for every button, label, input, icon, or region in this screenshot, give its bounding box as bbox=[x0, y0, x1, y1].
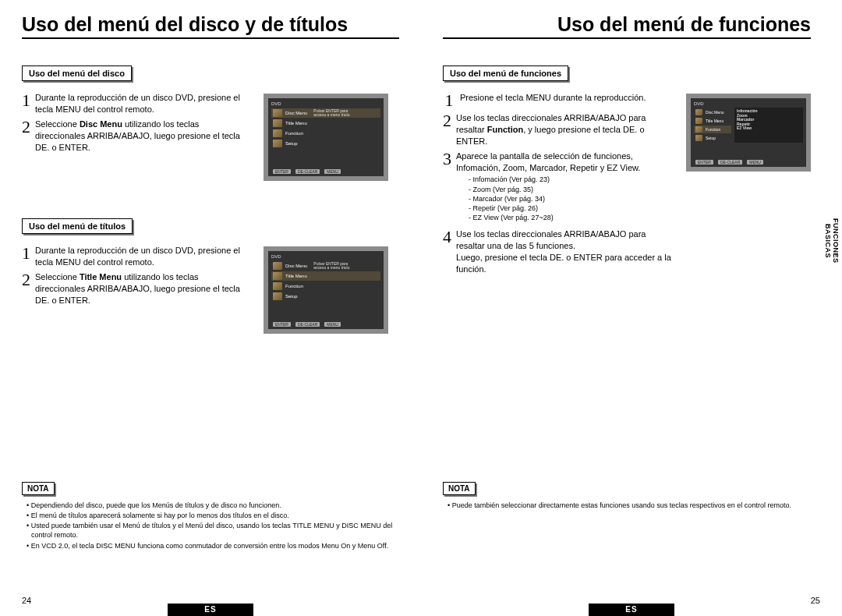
bold-text: Disc Menu bbox=[80, 119, 122, 129]
note-item: Dependiendo del disco, puede que los Men… bbox=[27, 501, 399, 510]
dvd-tag: DVD bbox=[271, 101, 281, 106]
bold-text: Function bbox=[487, 125, 523, 134]
menu-icon bbox=[273, 262, 282, 270]
menu-label: Setup bbox=[285, 294, 298, 299]
step-b2: 2 Seleccione Title Menu utilizando los t… bbox=[22, 271, 249, 306]
step-a2: 2 Seleccione Disc Menu utilizando los te… bbox=[22, 119, 249, 154]
menu-icon bbox=[695, 135, 702, 141]
menu-row: Disc Menu bbox=[694, 108, 731, 116]
step-number: 4 bbox=[443, 228, 451, 274]
step-text: Aparece la pantalla de selección de func… bbox=[456, 150, 672, 225]
menu-label: Function bbox=[285, 131, 303, 136]
menu-row: Setup bbox=[271, 139, 380, 148]
dvd-tag: DVD bbox=[271, 254, 281, 259]
lang-tab-right: ES bbox=[589, 604, 674, 616]
menu-row: Title Menu bbox=[271, 119, 380, 128]
screenshot-disc-menu: DVD Disc Menu Pulsar ENTER para acceso a… bbox=[264, 94, 388, 181]
menu-label: Title Menu bbox=[706, 119, 723, 123]
note-item: En VCD 2.0, el tecla DISC MENU funciona … bbox=[27, 541, 399, 551]
screenshot-inner: DVD Disc Menu Pulsar ENTER para acceso a… bbox=[268, 98, 384, 176]
section-b-row: 1 Durante la reproducción de un disco DV… bbox=[22, 242, 399, 334]
menu-icon bbox=[695, 118, 702, 124]
section-right-row: 1 Presione el tecla MENU durante la repr… bbox=[443, 89, 811, 278]
text: Luego, presione el tecla DE. o ENTER par… bbox=[456, 253, 671, 274]
section-chip-functions: Uso del menú de funciones bbox=[443, 65, 568, 81]
step-number: 3 bbox=[443, 150, 451, 225]
notes-block-left: NOTA Dependiendo del disco, puede que lo… bbox=[22, 480, 399, 551]
menu-row: Disc Menu Pulsar ENTER para acceso a men… bbox=[271, 261, 380, 271]
sublist-item: Marcador (Ver pág. 34) bbox=[469, 194, 672, 204]
spread: Uso del menú del disco y de títulos Uso … bbox=[0, 0, 842, 616]
text: Seleccione bbox=[35, 119, 80, 129]
menu-icon bbox=[273, 292, 282, 300]
step-text: Seleccione Title Menu utilizando los tec… bbox=[35, 271, 249, 306]
section-chip-title: Uso del menú de títulos bbox=[22, 218, 133, 234]
sublist-item: Repetir (Ver pág. 26) bbox=[469, 204, 672, 213]
right-page: Uso del menú de funciones Uso del menú d… bbox=[421, 0, 842, 616]
text: Seleccione bbox=[35, 272, 80, 281]
sublist-item: EZ View (Ver pág. 27~28) bbox=[469, 213, 672, 222]
sublist-item: Zoom (Ver pág. 35) bbox=[469, 185, 672, 194]
func-left-col: Disc Menu Title Menu Function Setup bbox=[694, 108, 731, 143]
step-text: Durante la reproducción de un disco DVD,… bbox=[35, 92, 249, 115]
note-item: El menú de títulos aparecerá solamente s… bbox=[27, 511, 399, 520]
menu-label: Setup bbox=[285, 141, 298, 146]
func-right-col: Infomación Zoom Marcador Repetir EZ View bbox=[734, 108, 803, 143]
osd-btn: DE-CLEAR bbox=[295, 322, 320, 327]
osd-btn: DE-CLEAR bbox=[718, 160, 742, 165]
section-right-text: 1 Presione el tecla MENU durante la repr… bbox=[443, 89, 672, 278]
step-text: Use los teclas direccionales ARRIBA/ABAJ… bbox=[456, 112, 672, 147]
lang-tab-left: ES bbox=[168, 604, 253, 616]
menu-icon bbox=[273, 119, 282, 127]
menu-label: Title Menu bbox=[285, 121, 307, 126]
step-text: Durante la reproducción de un disco DVD,… bbox=[35, 245, 249, 268]
menu-label: Disc Menu bbox=[285, 111, 307, 115]
dvd-tag: DVD bbox=[694, 101, 704, 106]
step-number: 2 bbox=[22, 271, 30, 306]
osd-btn: ENTER bbox=[273, 169, 291, 174]
osd-btn: MENU bbox=[324, 169, 341, 174]
osd-btn: DE-CLEAR bbox=[295, 169, 320, 174]
menu-icon bbox=[273, 140, 282, 147]
step-text: Seleccione Disc Menu utilizando los tecl… bbox=[35, 119, 249, 154]
menu-caption: Pulsar ENTER para acceso a menu título bbox=[313, 262, 349, 271]
menu-label: Function bbox=[706, 127, 720, 132]
osd-buttons: ENTER DE-CLEAR MENU bbox=[273, 322, 379, 327]
screenshot-function-menu: DVD Disc Menu Title Menu Function Setup … bbox=[686, 94, 811, 172]
func-layout: Disc Menu Title Menu Function Setup Info… bbox=[694, 108, 803, 143]
menu-icon bbox=[695, 126, 702, 133]
menu-caption: Pulsar ENTER para acceso a menu título bbox=[313, 109, 349, 118]
note-item: Puede también seleccionar directamente e… bbox=[448, 501, 811, 510]
osd-buttons: ENTER DE-CLEAR MENU bbox=[273, 169, 379, 174]
sublist-item: Infomación (Ver pág. 23) bbox=[469, 175, 672, 184]
page-number-right: 25 bbox=[811, 596, 820, 605]
menu-row-highlight: Function bbox=[694, 126, 731, 133]
step-r2: 2 Use los teclas direccionales ARRIBA/AB… bbox=[443, 112, 672, 147]
menu-row: Setup bbox=[694, 134, 731, 142]
menu-label: Disc Menu bbox=[285, 264, 307, 268]
step-number: 2 bbox=[443, 112, 451, 147]
menu-label: Function bbox=[285, 284, 303, 289]
text: Use los teclas direccionales ARRIBA/ABAJ… bbox=[456, 229, 646, 250]
bold-text: Title Menu bbox=[80, 272, 122, 281]
step-b1: 1 Durante la reproducción de un disco DV… bbox=[22, 245, 249, 268]
step-a1: 1 Durante la reproducción de un disco DV… bbox=[22, 92, 249, 115]
menu-icon bbox=[273, 272, 282, 280]
menu-row-highlight: Title Menu bbox=[271, 271, 380, 281]
step-number: 1 bbox=[22, 92, 30, 115]
side-tab-line: BASICAS bbox=[824, 224, 832, 258]
notes-block-right: NOTA Puede también seleccionar directame… bbox=[443, 480, 811, 511]
step-number: 1 bbox=[22, 245, 30, 268]
osd-buttons: ENTER DE-CLEAR MENU bbox=[695, 160, 801, 165]
menu-row: Function bbox=[271, 129, 380, 138]
section-a-text: 1 Durante la reproducción de un disco DV… bbox=[22, 89, 249, 181]
menu-row: Setup bbox=[271, 292, 380, 301]
step-r1: 1 Presione el tecla MENU durante la repr… bbox=[443, 92, 672, 109]
osd-btn: ENTER bbox=[695, 160, 713, 165]
step-r4: 4 Use los teclas direccionales ARRIBA/AB… bbox=[443, 228, 672, 274]
menu-icon bbox=[273, 282, 282, 290]
func-item: EZ View bbox=[737, 126, 801, 131]
caption-line: acceso a menu título bbox=[313, 266, 349, 271]
screenshot-title-menu: DVD Disc Menu Pulsar ENTER para acceso a… bbox=[264, 246, 388, 334]
note-chip: NOTA bbox=[22, 482, 55, 495]
